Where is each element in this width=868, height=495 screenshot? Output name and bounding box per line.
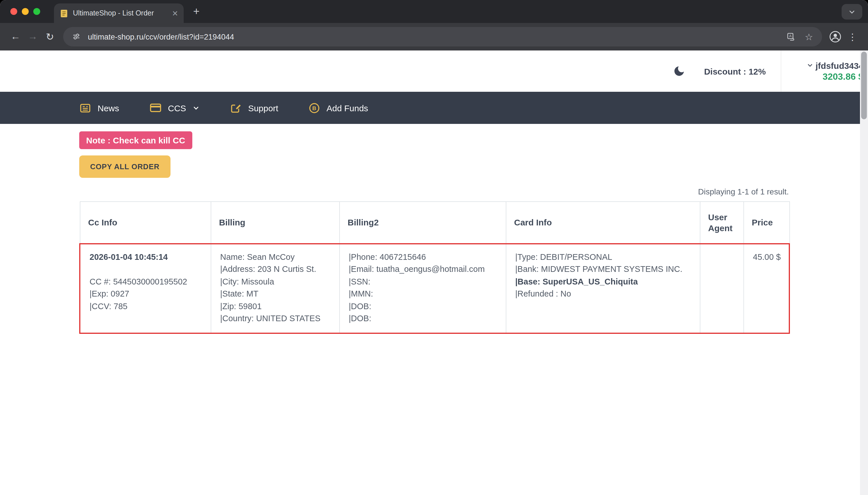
nav-item-news[interactable]: News (79, 102, 119, 114)
nav-item-support[interactable]: Support (230, 102, 278, 114)
account-balance: 3203.86 $ (823, 71, 864, 82)
nav-item-add-funds[interactable]: B Add Funds (308, 102, 368, 114)
browser-toolbar: ← → ↻ ultimate-shop.ru/ccv/order/list?id… (0, 23, 868, 50)
chevron-down-icon (192, 104, 200, 112)
column-header-cc-info: Cc Info (80, 202, 211, 243)
profile-avatar-icon[interactable] (827, 28, 844, 45)
new-tab-button[interactable]: + (188, 3, 204, 19)
bookmark-star-icon[interactable]: ☆ (803, 30, 815, 43)
minimize-window-button[interactable] (22, 8, 29, 15)
cell-billing: Name: Sean McCoy |Address: 203 N Curtis … (211, 243, 339, 333)
edit-icon (230, 102, 242, 114)
note-badge: Note : Check can kill CC (79, 131, 192, 149)
window-controls (10, 8, 40, 15)
url-text: ultimate-shop.ru/ccv/order/list?id=21940… (88, 32, 780, 41)
results-summary: Displaying 1-1 of 1 result. (79, 187, 789, 196)
cell-cc-info: 2026-01-04 10:45:14 CC #: 54450300001955… (80, 243, 211, 333)
dark-mode-toggle[interactable] (672, 64, 687, 79)
order-row: 2026-01-04 10:45:14 CC #: 54450300001955… (80, 243, 789, 333)
cell-card-info: |Type: DEBIT/PERSONAL |Bank: MIDWEST PAY… (506, 243, 700, 333)
browser-menu-icon[interactable]: ⋮ (844, 28, 861, 45)
nav-label: Add Funds (326, 103, 368, 113)
nav-label: News (98, 103, 119, 113)
column-header-card-info: Card Info (506, 202, 700, 243)
cell-price: 45.00 $ (743, 243, 789, 333)
main-nav: News CCS Support (0, 92, 868, 124)
svg-text:B: B (312, 105, 316, 111)
cell-user-agent (700, 243, 743, 333)
browser-tab[interactable]: UltimateShop - List Order ✕ (54, 3, 184, 23)
chevron-down-icon (806, 62, 813, 69)
forward-icon[interactable]: → (24, 28, 41, 45)
newspaper-icon (79, 102, 91, 114)
orders-table: Cc Info Billing Billing2 Card Info User … (79, 201, 790, 334)
credit-card-icon (149, 102, 162, 114)
reload-icon[interactable]: ↻ (41, 28, 59, 45)
close-window-button[interactable] (10, 8, 17, 15)
back-icon[interactable]: ← (7, 28, 24, 45)
tab-strip: UltimateShop - List Order ✕ + (0, 0, 868, 23)
svg-text:A: A (789, 34, 791, 38)
column-header-billing: Billing (211, 202, 339, 243)
username: jfdsfud3434 (816, 61, 864, 70)
moon-icon (673, 65, 686, 78)
column-header-price: Price (743, 202, 789, 243)
column-header-billing2: Billing2 (339, 202, 506, 243)
site-settings-icon[interactable] (70, 30, 83, 43)
translate-icon[interactable]: A (785, 30, 797, 43)
copy-all-order-button[interactable]: COPY ALL ORDER (79, 155, 170, 178)
nav-item-ccs[interactable]: CCS (149, 102, 200, 114)
site-favicon-icon (60, 9, 68, 17)
page-scrollbar[interactable] (860, 50, 868, 495)
bitcoin-icon: B (308, 102, 320, 114)
column-header-user-agent: User Agent (700, 202, 743, 243)
nav-label: CCS (168, 103, 186, 113)
user-menu[interactable]: jfdsfud3434 3203.86 $ (781, 50, 868, 92)
scrollbar-thumb[interactable] (861, 52, 867, 119)
close-tab-icon[interactable]: ✕ (170, 8, 180, 18)
discount-label: Discount : 12% (704, 66, 766, 76)
tab-title: UltimateShop - List Order (73, 9, 165, 17)
order-timestamp: 2026-01-04 10:45:14 (89, 251, 201, 263)
nav-label: Support (248, 103, 278, 113)
maximize-window-button[interactable] (33, 8, 40, 15)
content-area: Note : Check can kill CC COPY ALL ORDER … (79, 124, 789, 334)
chevron-down-icon (848, 8, 856, 16)
url-bar[interactable]: ultimate-shop.ru/ccv/order/list?id=21940… (63, 27, 822, 47)
site-header: Discount : 12% jfdsfud3434 3203.86 $ (0, 50, 868, 92)
browser-window: UltimateShop - List Order ✕ + ← → ↻ ulti… (0, 0, 868, 495)
tab-search-button[interactable] (841, 4, 862, 19)
web-page: Discount : 12% jfdsfud3434 3203.86 $ New… (0, 50, 868, 495)
cell-billing2: |Phone: 4067215646 |Email: tuatha_oengus… (339, 243, 506, 333)
